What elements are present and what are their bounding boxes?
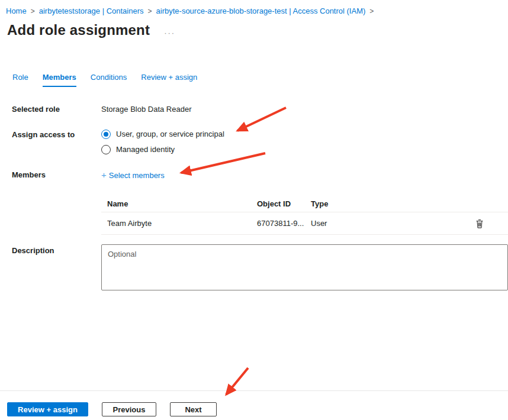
members-table: Name Object ID Type Team Airbyte 6707381…	[101, 196, 508, 235]
breadcrumb-separator: >	[369, 7, 374, 15]
breadcrumb-access-control-iam[interactable]: airbyte-source-azure-blob-storage-test |…	[156, 7, 366, 15]
breadcrumb-storage-containers[interactable]: airbyteteststorage | Containers	[39, 7, 144, 15]
arrow-to-select-members	[181, 153, 265, 173]
radio-selected-icon	[101, 130, 111, 139]
breadcrumb-separator: >	[148, 7, 152, 15]
trash-icon	[475, 219, 484, 228]
breadcrumb-home[interactable]: Home	[6, 7, 27, 15]
radio-option-label: Managed identity	[116, 145, 175, 154]
plus-icon: +	[101, 170, 107, 180]
previous-button[interactable]: Previous	[102, 402, 156, 416]
column-header-type[interactable]: Type	[311, 199, 475, 212]
more-menu-button[interactable]: ···	[164, 28, 175, 37]
members-label: Members	[12, 170, 46, 179]
review-assign-button[interactable]: Review + assign	[7, 402, 88, 416]
radio-option-label: User, group, or service principal	[116, 130, 224, 139]
tab-role[interactable]: Role	[12, 73, 28, 87]
radio-managed-identity[interactable]: Managed identity	[101, 145, 224, 154]
footer-divider	[0, 390, 508, 391]
selected-role-value: Storage Blob Data Reader	[101, 105, 191, 114]
table-header-row: Name Object ID Type	[101, 196, 508, 212]
member-object-id-cell: 67073811-9...	[257, 219, 311, 228]
tab-conditions[interactable]: Conditions	[91, 73, 127, 87]
table-row: Team Airbyte 67073811-9... User	[101, 212, 508, 235]
next-button[interactable]: Next	[170, 402, 217, 416]
select-members-link[interactable]: +Select members	[101, 170, 165, 180]
member-type-cell: User	[311, 219, 475, 228]
breadcrumb: Home>airbyteteststorage | Containers>air…	[6, 7, 378, 15]
member-actions-cell	[475, 218, 508, 228]
column-header-actions	[475, 199, 508, 212]
column-header-name[interactable]: Name	[101, 199, 257, 212]
title-row: Add role assignment ···	[7, 22, 175, 38]
selected-role-label: Selected role	[12, 105, 60, 114]
description-input[interactable]	[101, 244, 508, 290]
select-members-label: Select members	[109, 171, 165, 180]
tab-review-assign[interactable]: Review + assign	[141, 73, 197, 87]
tab-bar: Role Members Conditions Review + assign	[12, 73, 197, 87]
breadcrumb-separator: >	[31, 7, 35, 15]
radio-user-group-service-principal[interactable]: User, group, or service principal	[101, 130, 224, 139]
arrow-to-user-group-radio	[237, 108, 286, 131]
radio-unselected-icon	[101, 145, 111, 154]
member-name-cell: Team Airbyte	[101, 219, 257, 228]
assign-access-to-radio-group: User, group, or service principal Manage…	[101, 130, 224, 154]
description-label: Description	[12, 246, 54, 255]
page-title: Add role assignment	[7, 22, 150, 38]
assign-access-to-label: Assign access to	[12, 130, 75, 139]
delete-member-button[interactable]	[475, 219, 484, 228]
tab-members[interactable]: Members	[43, 73, 76, 87]
column-header-object-id[interactable]: Object ID	[257, 199, 311, 212]
